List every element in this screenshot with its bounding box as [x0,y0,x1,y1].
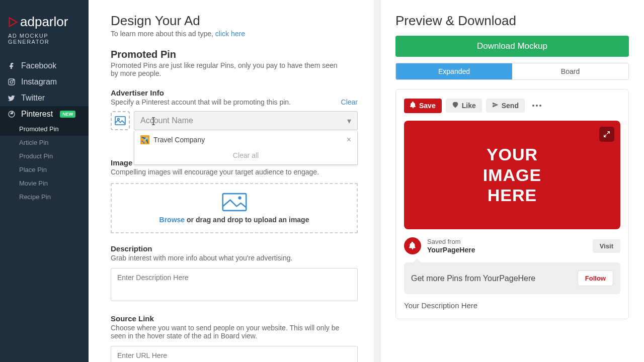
nav-twitter[interactable]: Twitter [0,90,89,106]
pinterest-icon [7,110,16,119]
subnav-movie-pin[interactable]: Movie Pin [0,176,89,190]
subnav-recipe-pin[interactable]: Recipe Pin [0,190,89,204]
nav-instagram[interactable]: Instagram [0,74,89,90]
nav-label: Facebook [21,61,56,70]
expand-image-button[interactable] [599,127,614,142]
svg-rect-5 [115,117,125,125]
brand-name: adparlor [20,14,68,30]
account-dropdown: ✈️ Travel Company × Clear all [134,131,358,165]
subnav-promoted-pin[interactable]: Promoted Pin [0,122,89,136]
page-title: Design Your Ad [111,13,358,29]
source-hint: Choose where you want to send people on … [111,324,347,340]
description-hint: Grab interest with more info about what … [111,254,358,262]
nav-label: Instagram [21,77,57,86]
account-option-label: Travel Company [153,136,205,144]
send-button[interactable]: Send [486,99,525,113]
twitter-icon [7,94,16,103]
account-name-select[interactable]: Account Name ▾ [134,111,358,130]
svg-point-11 [539,105,541,107]
account-option-travel-company[interactable]: ✈️ Travel Company × [134,131,357,148]
more-actions-button[interactable] [529,98,545,114]
preview-panel: Preview & Download Download Mockup Expan… [380,0,644,362]
page-subtitle: To learn more about this ad type, click … [111,30,358,38]
browse-link[interactable]: Browse [159,216,185,224]
tab-expanded[interactable]: Expanded [396,63,512,79]
nav: Facebook Instagram Twitter Pinterest NEW… [0,58,89,204]
image-dropzone[interactable]: Browse or drag and drop to upload an ima… [111,183,358,233]
preview-card: Save Like Send YOUR IMAGE HERE [395,89,629,319]
description-title: Description [111,244,358,253]
download-mockup-button[interactable]: Download Mockup [395,36,629,57]
promoted-desc: Promoted Pins are just like regular Pins… [111,61,342,77]
description-textarea[interactable] [111,268,358,301]
visit-button[interactable]: Visit [593,239,620,253]
preview-tabs: Expanded Board [395,63,629,80]
preview-description: Your Description Here [404,301,620,310]
nav-label: Pinterest [21,110,53,119]
preview-image-placeholder: YOUR IMAGE HERE [404,121,620,229]
image-placeholder-icon [221,193,248,212]
saved-from-row: Saved from YourPageHere Visit [404,237,620,254]
nav-label: Twitter [21,94,45,103]
dropzone-text: Browse or drag and drop to upload an ima… [159,216,309,224]
nav-facebook[interactable]: Facebook [0,58,89,74]
send-icon [492,102,499,110]
clear-advertiser-link[interactable]: Clear [341,98,358,106]
account-name-placeholder: Account Name [140,116,193,125]
svg-point-8 [238,196,241,199]
remove-option-icon[interactable]: × [347,135,351,144]
subnav-product-pin[interactable]: Product Pin [0,149,89,163]
svg-point-3 [13,80,14,80]
hero-placeholder-text: YOUR IMAGE HERE [483,144,541,206]
pin-action-bar: Save Like Send [404,98,620,114]
tab-board[interactable]: Board [512,63,628,79]
page-avatar [404,237,421,254]
advertiser-row: Account Name ▾ ✈️ Travel Company × Clear… [111,111,358,130]
nav-pinterest[interactable]: Pinterest NEW [0,106,89,122]
learn-more-link[interactable]: click here [215,30,245,38]
airplane-icon: ✈️ [140,135,149,144]
advertiser-title: Advertiser Info [111,88,358,97]
advertiser-hint: Specify a Pinterest account that will be… [111,98,358,106]
like-button[interactable]: Like [446,99,482,113]
scrollbar[interactable] [374,0,380,362]
chevron-down-icon: ▾ [347,116,351,126]
instagram-icon [7,77,16,86]
more-pins-box: Get more Pins from YourPageHere Follow [404,262,620,294]
svg-rect-7 [222,194,246,211]
follow-button[interactable]: Follow [578,270,613,286]
facebook-icon [7,61,16,70]
subnav-place-pin[interactable]: Place Pin [0,163,89,176]
image-hint: Compelling images will encourage your ta… [111,168,358,176]
more-pins-text: Get more Pins from YourPageHere [411,274,535,283]
source-title: Source Link [111,314,358,323]
svg-point-9 [532,105,534,107]
svg-marker-0 [10,18,17,26]
new-badge: NEW [60,111,75,118]
pin-icon [410,102,416,110]
svg-point-2 [10,80,13,83]
design-panel: Design Your Ad To learn more about this … [89,0,380,362]
heart-icon [452,102,459,110]
preview-title: Preview & Download [395,13,629,29]
brand-subtitle: AD MOCKUP GENERATOR [8,33,80,45]
sidebar: adparlor AD MOCKUP GENERATOR Facebook In… [0,0,89,362]
clear-all-options[interactable]: Clear all [134,148,357,164]
promoted-title: Promoted Pin [111,49,358,60]
subnav-article-pin[interactable]: Article Pin [0,136,89,149]
brand-logo-icon [8,18,17,27]
source-url-input[interactable] [111,346,358,362]
saved-from-text: Saved from YourPageHere [427,238,475,254]
save-button[interactable]: Save [404,99,442,113]
brand-block: adparlor AD MOCKUP GENERATOR [0,14,89,55]
svg-point-10 [536,105,538,107]
advertiser-avatar-upload[interactable] [111,111,130,130]
